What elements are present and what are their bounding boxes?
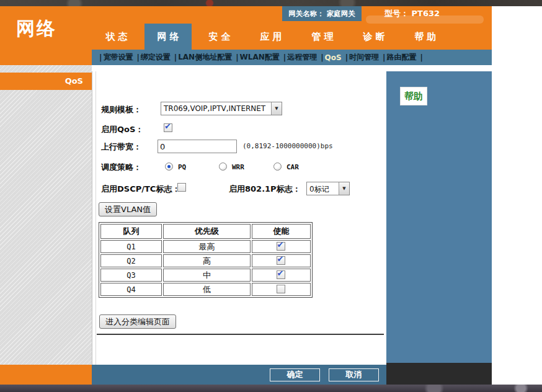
rule-template-select[interactable]: TR069,VOIP,IPTV,INTERNET ▼ [161, 102, 282, 115]
upstream-bandwidth-label: 上行带宽： [101, 141, 141, 153]
page-title: 网络 [16, 16, 57, 42]
subnav: | 宽带设置 | 绑定设置 | LAN侧地址配置 | WLAN配置 | 远程管理… [92, 50, 492, 65]
upstream-bandwidth-input[interactable] [158, 140, 237, 153]
queue-cell: Q4 [100, 283, 162, 296]
table-header-row: 队列 优先级 使能 [100, 224, 311, 239]
help-button[interactable]: 帮助 [400, 87, 427, 105]
enable-cell [252, 283, 311, 296]
tab-network[interactable]: 网 络 [144, 24, 192, 50]
enable-cell [252, 254, 311, 267]
subnav-item-qos[interactable]: QoS [325, 53, 342, 62]
queue-enable-checkbox[interactable] [277, 285, 285, 293]
queue-cell: Q1 [100, 240, 162, 253]
help-panel: 帮助 [386, 71, 492, 363]
tab-diagnosis[interactable]: 诊 断 [350, 24, 398, 50]
cancel-button[interactable]: 取消 [329, 368, 379, 381]
rule-template-label: 规则模板： [101, 104, 141, 115]
classify-edit-button[interactable]: 进入分类编辑页面 [99, 314, 176, 329]
queue-cell: Q2 [100, 254, 162, 267]
desktop-taskbar [0, 385, 542, 392]
queue-enable-checkbox[interactable] [277, 270, 285, 279]
subnav-item-wlan[interactable]: WLAN配置 [240, 52, 280, 63]
scheduling-radio-car[interactable] [273, 163, 282, 171]
subnav-separator: | [383, 53, 385, 62]
tab-application[interactable]: 应 用 [247, 24, 295, 50]
enable-qos-checkbox[interactable] [164, 123, 172, 132]
scheduling-policy-label: 调度策略： [101, 162, 141, 173]
table-row: Q4 低 [100, 283, 311, 296]
col-header-priority: 优先级 [163, 224, 251, 239]
scheduling-radio-wrr[interactable] [219, 163, 227, 171]
sidebar: QoS [0, 65, 92, 365]
footer-bar: 确定 取消 [92, 365, 386, 385]
dscp-tc-flag-label: 启用DSCP/TC标志： [101, 184, 180, 195]
enable-qos-label: 启用QoS： [101, 124, 143, 135]
col-header-enable: 使能 [252, 224, 311, 239]
8021p-flag-label: 启用802.1P标志： [229, 184, 301, 195]
tab-status[interactable]: 状 态 [93, 24, 140, 50]
dscp-tc-flag-checkbox[interactable] [177, 183, 186, 192]
tab-management[interactable]: 管 理 [299, 24, 346, 50]
col-header-queue: 队列 [100, 224, 162, 239]
subnav-separator: | [136, 53, 139, 62]
subnav-separator: | [345, 53, 348, 62]
table-row: Q3 中 [100, 269, 311, 282]
queue-cell: Q3 [100, 269, 162, 282]
8021p-flag-value: 0标记 [307, 182, 339, 195]
subnav-item-routing[interactable]: 路由配置 [386, 52, 416, 63]
main-nav: 状 态 网 络 安 全 应 用 管 理 诊 断 帮 助 [93, 24, 453, 50]
subnav-separator: | [236, 53, 238, 62]
table-row: Q2 高 [100, 254, 311, 267]
footer-dark-block [386, 363, 492, 385]
subnav-item-broadband[interactable]: 宽带设置 [103, 52, 133, 63]
upstream-bandwidth-hint: (0,8192-1000000000)bps [242, 142, 333, 150]
subnav-item-remote[interactable]: 远程管理 [287, 52, 317, 63]
set-vlan-button[interactable]: 设置VLAN值 [99, 202, 157, 216]
subnav-item-binding[interactable]: 绑定设置 [141, 52, 171, 63]
scheduling-radio-pq[interactable] [165, 163, 173, 171]
tab-security[interactable]: 安 全 [196, 24, 243, 50]
content-divider [97, 334, 384, 335]
subnav-separator: | [283, 53, 286, 62]
radio-label-wrr: WRR [232, 163, 244, 171]
device-name-bar: 网关名称： 家庭网关 [282, 6, 362, 21]
tab-help[interactable]: 帮 助 [402, 24, 449, 50]
subnav-separator: | [321, 53, 323, 62]
radio-label-car: CAR [287, 163, 299, 171]
priority-cell: 高 [163, 254, 251, 267]
enable-cell [252, 269, 311, 282]
footer-left-block [0, 365, 92, 385]
desktop-top-strip [0, 0, 542, 6]
rule-template-value: TR069,VOIP,IPTV,INTERNET [161, 102, 271, 115]
model-label: 型号： PT632 [384, 6, 440, 21]
radio-label-pq: PQ [178, 163, 186, 171]
queue-table: 队列 优先级 使能 Q1 最高 Q2 高 Q3 中 Q4 低 [99, 222, 313, 298]
subnav-item-lan-address[interactable]: LAN侧地址配置 [178, 52, 232, 63]
subnav-separator: | [99, 53, 102, 62]
chevron-down-icon[interactable]: ▼ [271, 102, 282, 115]
queue-enable-checkbox[interactable] [277, 242, 285, 251]
priority-cell: 低 [163, 283, 251, 296]
sidebar-item-qos[interactable]: QoS [0, 73, 92, 90]
subnav-separator: | [174, 53, 177, 62]
device-name-label: 网关名称： 家庭网关 [288, 9, 355, 19]
8021p-flag-select[interactable]: 0标记 ▼ [306, 182, 350, 195]
queue-enable-checkbox[interactable] [277, 256, 285, 265]
priority-cell: 中 [163, 269, 251, 282]
subnav-item-time[interactable]: 时间管理 [349, 52, 379, 63]
main-content: 规则模板： TR069,VOIP,IPTV,INTERNET ▼ 启用QoS： … [92, 71, 386, 365]
enable-cell [252, 240, 311, 253]
subnav-separator: | [420, 53, 422, 62]
header: 网络 网关名称： 家庭网关 型号： PT632 状 态 网 络 安 全 应 用 … [0, 6, 492, 65]
table-row: Q1 最高 [100, 240, 311, 253]
priority-cell: 最高 [163, 240, 251, 253]
chevron-down-icon[interactable]: ▼ [339, 182, 349, 195]
ok-button[interactable]: 确定 [270, 368, 320, 381]
